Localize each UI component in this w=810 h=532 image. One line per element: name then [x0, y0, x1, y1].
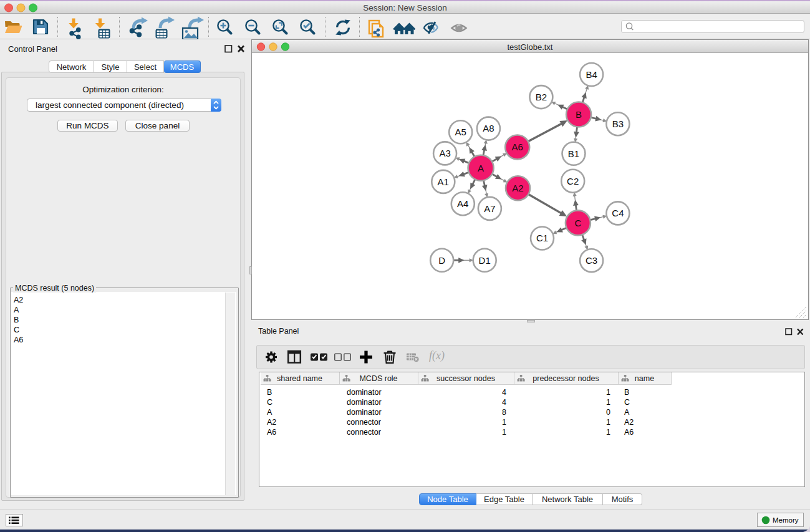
svg-text:B1: B1	[568, 148, 579, 159]
svg-text:A8: A8	[483, 123, 494, 133]
svg-text:A: A	[478, 163, 484, 173]
svg-text:A3: A3	[439, 148, 450, 158]
svg-text:D: D	[438, 255, 445, 266]
svg-text:C3: C3	[586, 255, 597, 266]
svg-text:C: C	[574, 218, 581, 228]
svg-text:D1: D1	[479, 255, 491, 266]
svg-text:A4: A4	[457, 198, 468, 209]
svg-text:C2: C2	[567, 176, 579, 186]
svg-text:A1: A1	[438, 177, 449, 187]
svg-text:C4: C4	[612, 208, 624, 218]
svg-text:B4: B4	[586, 69, 597, 80]
svg-text:B3: B3	[612, 118, 624, 129]
svg-text:A6: A6	[512, 142, 523, 152]
svg-text:A2: A2	[512, 183, 523, 193]
svg-text:A7: A7	[484, 203, 495, 214]
svg-text:C1: C1	[536, 233, 548, 243]
svg-text:A5: A5	[455, 127, 466, 137]
svg-text:B: B	[576, 109, 582, 120]
svg-text:B2: B2	[536, 92, 547, 102]
